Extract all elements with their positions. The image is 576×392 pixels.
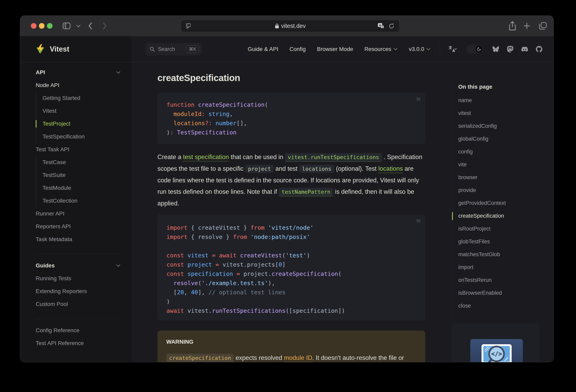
main-content: createSpecification ts function createSp… [131,62,553,362]
window-body: APINode APIGetting StartedVitestTestProj… [20,62,553,362]
toc-item-name[interactable]: name [458,94,552,107]
toc-item-globtestfiles[interactable]: globTestFiles [458,235,552,248]
sidebar-item-testspecification[interactable]: TestSpecification [43,130,120,143]
tab-overview-icon[interactable] [539,22,547,30]
discord-icon[interactable] [521,46,528,52]
code-lang-badge: ts [417,96,420,102]
sidebar-item-testsuite[interactable]: TestSuite [43,169,120,181]
code-block-signature[interactable]: ts function createSpecification( moduleI… [157,93,425,144]
sidebar-item-testproject[interactable]: TestProject [43,117,120,130]
header-right: Search ⌘K Guide & APIConfigBrowser ModeR… [131,36,553,62]
zoom-button[interactable] [47,23,53,29]
toc-item-browser[interactable]: browser [458,171,552,184]
toc-item-import[interactable]: import [458,261,552,274]
wlink-run[interactable]: module ID [284,354,312,361]
sidebar-item-task-metadata[interactable]: Task Metadata [36,233,120,246]
sidebar-item-test-task-api[interactable]: Test Task API [36,143,120,156]
toc-active-marker [452,212,453,220]
sidebar-item-getting-started[interactable]: Getting Started [43,92,120,105]
sidebar-item-vitest[interactable]: Vitest [43,105,120,117]
codelink-run[interactable]: vitest.runTestSpecifications [285,153,382,162]
sidebar-item-config-reference[interactable]: Config Reference [36,324,120,337]
share-icon[interactable] [509,21,516,31]
sidebar-item-custom-pool[interactable]: Custom Pool [36,298,120,311]
lock-icon [275,23,279,29]
nav-link-v3-0-0[interactable]: v3.0.0 [409,46,431,52]
sidebar-item-reporters-api[interactable]: Reporters API [36,220,120,233]
page-title: createSpecification [157,72,240,83]
link-run[interactable]: test specification [183,153,229,160]
brand-name: Vitest [50,45,69,53]
sidebar-item-runner-api[interactable]: Runner API [36,207,120,220]
sidebar-nav: APINode APIGetting StartedVitestTestProj… [20,62,131,362]
search-placeholder: Search [158,46,175,52]
toc-item-config[interactable]: config [458,145,552,158]
translate-page-icon[interactable]: A x [377,23,384,30]
sidebar-item-testmodule[interactable]: TestModule [43,181,120,194]
sidebar-divider [36,254,120,254]
toc-item-globalconfig[interactable]: globalConfig [458,132,552,145]
toc-item-getprovidedcontext[interactable]: getProvidedContext [458,197,552,210]
back-button[interactable] [87,21,93,30]
toc-item-vite[interactable]: vite [458,158,552,171]
url-bar[interactable]: vitest.dev A x [181,20,399,32]
svg-text:</>: </> [491,350,502,357]
sidebar-toggle-icon[interactable] [62,22,71,30]
sidebar-item-api[interactable]: API [36,66,120,79]
code-block-example[interactable]: ts import { createVitest } from 'vitest/… [157,215,425,321]
site-header: Vitest Search ⌘K Guide & APIConfigBrowse… [20,36,553,62]
sidebar-item-extending-reporters[interactable]: Extending Reporters [36,285,120,298]
bluesky-icon[interactable] [492,46,499,52]
search-input[interactable]: Search ⌘K [145,43,202,55]
vitest-lightning-bolt-icon [35,44,46,55]
toc-item-createspecification[interactable]: createSpecification [458,210,552,222]
toc-item-isrootproject[interactable]: isRootProject [458,222,552,235]
sidebar-item-guides[interactable]: Guides [36,259,120,272]
search-icon [149,46,155,52]
text-run: and test [274,165,299,172]
forward-button[interactable] [102,21,108,30]
close-button[interactable] [31,23,36,29]
sidebar-subgroup: TestCaseTestSuiteTestModuleTestCollectio… [36,156,120,207]
code-run: project [245,165,274,173]
toc-item-provide[interactable]: provide [458,184,552,197]
github-icon[interactable] [536,46,542,52]
toc-item-vitest[interactable]: vitest [458,107,552,120]
toc-item-serializedconfig[interactable]: serializedConfig [458,120,552,132]
sidebar-item-testcollection[interactable]: TestCollection [43,194,120,207]
toc-item-close[interactable]: close [458,299,552,312]
sidebar-item-running-tests[interactable]: Running Tests [36,272,120,285]
minimize-button[interactable] [39,23,45,29]
new-tab-icon[interactable] [523,22,530,30]
warning-body: createSpecification expects resolved mod… [166,352,416,362]
toc-item-ontestsrerun[interactable]: onTestsRerun [458,274,552,286]
toolbar-chevron-down-icon[interactable] [76,25,81,28]
toc-item-matchestestglob[interactable]: matchesTestGlob [458,248,552,261]
nav-link-guide-api[interactable]: Guide & API [248,46,278,52]
wcode-run: createSpecification [166,354,234,362]
sponsor-illustration: </> [470,339,523,362]
code-lines: import { createVitest } from 'vitest/nod… [167,223,345,315]
toc-item-isbrowserenabled[interactable]: isBrowserEnabled [458,286,552,299]
nav-link-config[interactable]: Config [289,46,306,52]
code-lang-badge: ts [417,218,420,223]
mastodon-icon[interactable] [507,46,514,52]
link-run[interactable]: locations [378,165,403,172]
theme-toggle[interactable] [466,45,483,54]
search-shortcut: ⌘K [186,45,199,53]
url-text: vitest.dev [281,23,306,29]
codelink-run[interactable]: testNamePattern [279,188,333,196]
text-run: Create a [157,153,183,160]
toc-title: On this page [458,84,492,90]
reload-icon[interactable] [388,23,395,30]
sidebar-item-node-api[interactable]: Node API [36,79,120,92]
vitest-logo[interactable]: Vitest [20,36,131,62]
sidebar-item-test-api-reference[interactable]: Test API Reference [36,337,120,350]
text-run: expects resolved [234,354,284,361]
sidebar-item-testcase[interactable]: TestCase [43,156,120,169]
nav-link-resources[interactable]: Resources [364,46,398,52]
translate-menu-icon[interactable]: 文 A [448,45,457,53]
nav-link-browser-mode[interactable]: Browser Mode [317,46,353,52]
text-run: that can be used in [229,153,285,160]
sponsor-card[interactable]: </> [451,324,540,362]
